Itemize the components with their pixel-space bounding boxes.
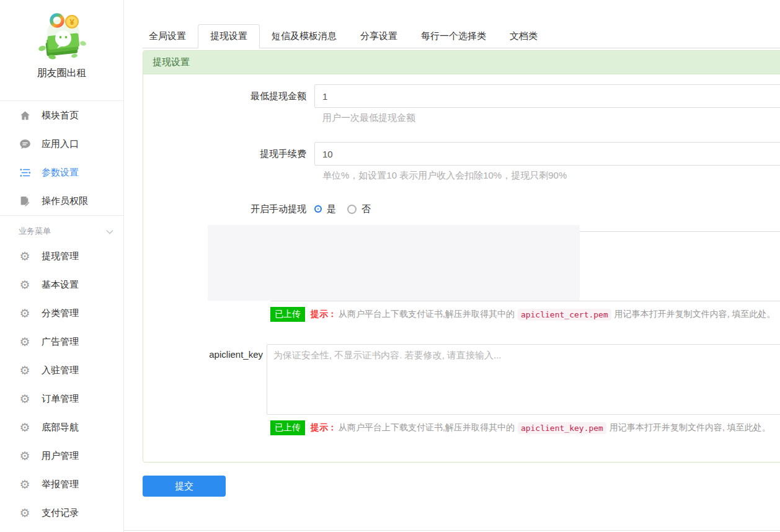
gear-icon: ⚙: [19, 393, 31, 405]
sidebar-item-label: 参数设置: [42, 167, 79, 179]
main-content: 全局设置 提现设置 短信及模板消息 分享设置 每行一个选择类 文档类 提现设置 …: [124, 0, 780, 497]
sidebar-item-user-management[interactable]: ⚙ 用户管理: [0, 441, 123, 470]
sidebar-item-label: 底部导航: [42, 422, 79, 433]
sidebar-item-merchant-entry-management[interactable]: ⚙ 入驻管理: [0, 356, 123, 384]
field-label: 提现手续费: [143, 142, 314, 166]
sidebar-item-module-home[interactable]: 模块首页: [0, 101, 123, 130]
apiclient-key-textarea[interactable]: [267, 344, 780, 415]
tip-text-before: 从商户平台上下载支付证书,解压并取得其中的: [339, 422, 515, 433]
gear-icon: ⚙: [19, 250, 31, 262]
sidebar-item-ad-management[interactable]: ⚙ 广告管理: [0, 327, 123, 356]
sidebar-item-app-entry[interactable]: 应用入口: [0, 130, 123, 158]
gear-icon: ⚙: [19, 507, 31, 519]
panel-body: 最低提现金额 用户一次最低提现金额 提现手续费 单位%，如设置10 表示用户收入…: [143, 74, 780, 462]
sidebar-item-label: 操作员权限: [42, 195, 88, 207]
sidebar-item-label: 基本设置: [42, 279, 79, 291]
field-hint: 单位%，如设置10 表示用户收入会扣除10%，提现只剩90%: [322, 170, 780, 182]
field-label: 最低提现金额: [143, 84, 314, 108]
sidebar-item-operator-permissions[interactable]: 操作员权限: [0, 187, 123, 215]
app-logo: ¥ 朋友圈出租: [0, 0, 123, 100]
tab-one-choice-per-line[interactable]: 每行一个选择类: [409, 25, 498, 48]
uploaded-badge: 已上传: [270, 307, 305, 322]
sidebar-item-label: 入驻管理: [42, 365, 79, 376]
list-icon: [19, 167, 31, 179]
cert-filename-code: apiclient_cert.pem: [518, 309, 611, 321]
radio-yes-selected[interactable]: [316, 206, 321, 211]
sidebar: ¥ 朋友圈出租 模块首页 应用入口: [0, 0, 124, 532]
svg-text:¥: ¥: [69, 17, 74, 27]
sidebar-item-label: 支付记录: [42, 507, 79, 519]
tip-label: 提示：: [311, 422, 337, 433]
form-row-apiclient-cert: [143, 231, 780, 301]
tab-global-settings[interactable]: 全局设置: [143, 25, 198, 48]
sidebar-item-label: 分类管理: [42, 308, 79, 319]
sidebar-item-basic-settings[interactable]: ⚙ 基本设置: [0, 270, 123, 299]
min-withdraw-amount-input[interactable]: [314, 84, 780, 108]
form-row-withdraw-fee: 提现手续费: [143, 142, 780, 166]
doc-edit-icon: [19, 195, 31, 207]
tab-sms-template-messages[interactable]: 短信及模板消息: [260, 25, 348, 48]
field-label: 开启手动提现: [143, 203, 314, 215]
tip-text-after: 用记事本打开并复制文件内容, 填至此处。: [614, 309, 776, 320]
app-logo-illustration: ¥: [31, 11, 93, 64]
app-title: 朋友圈出租: [0, 67, 123, 80]
form-row-min-withdraw-amount: 最低提现金额: [143, 84, 780, 108]
radio-no-unselected[interactable]: [347, 205, 357, 214]
gear-icon: ⚙: [19, 336, 31, 348]
key-upload-tip: 已上传 提示： 从商户平台上下载支付证书,解压并取得其中的 apiclient_…: [270, 420, 780, 435]
chevron-down-icon: [106, 227, 113, 236]
submit-button[interactable]: 提交: [143, 476, 226, 497]
radio-no-label[interactable]: 否: [361, 203, 371, 215]
sidebar-section-business-menu[interactable]: 业务菜单: [0, 216, 123, 242]
gear-icon: ⚙: [19, 450, 31, 462]
tip-text-after: 用记事本打开并复制文件内容, 填至此处。: [609, 422, 771, 433]
form-row-apiclient-key: apiclient_key: [143, 344, 780, 415]
sidebar-item-label: 用户管理: [42, 450, 79, 462]
settings-tabs: 全局设置 提现设置 短信及模板消息 分享设置 每行一个选择类 文档类: [143, 24, 780, 48]
sidebar-item-withdraw-management[interactable]: ⚙ 提现管理: [0, 242, 123, 270]
withdraw-settings-panel: 提现设置 最低提现金额 用户一次最低提现金额 提现手续费 单位%，如设置10 表…: [143, 50, 780, 463]
sidebar-item-order-management[interactable]: ⚙ 订单管理: [0, 384, 123, 413]
sidebar-item-label: 模块首页: [42, 110, 79, 122]
field-label: apiclient_key: [143, 344, 267, 415]
radio-yes-label[interactable]: 是: [327, 203, 336, 215]
home-icon: [19, 110, 31, 122]
form-row-manual-withdraw: 开启手动提现 是 否: [143, 203, 780, 215]
field-hint: 用户一次最低提现金额: [322, 112, 780, 124]
tip-text-before: 从商户平台上下载支付证书,解压并取得其中的: [339, 309, 515, 320]
gear-icon: ⚙: [19, 479, 31, 490]
chat-icon: [19, 138, 31, 150]
cert-privacy-overlay: [208, 225, 580, 301]
tip-label: 提示：: [311, 309, 337, 320]
tab-documents[interactable]: 文档类: [498, 25, 549, 48]
uploaded-badge: 已上传: [270, 420, 305, 435]
gear-icon: ⚙: [19, 308, 31, 319]
sidebar-item-payment-records[interactable]: ⚙ 支付记录: [0, 499, 123, 527]
sidebar-item-bottom-navigation[interactable]: ⚙ 底部导航: [0, 413, 123, 441]
tab-share-settings[interactable]: 分享设置: [348, 25, 409, 48]
sidebar-item-label: 广告管理: [42, 336, 79, 348]
sidebar-item-label: 订单管理: [42, 393, 79, 405]
sidebar-item-report-management[interactable]: ⚙ 举报管理: [0, 470, 123, 499]
sidebar-item-category-management[interactable]: ⚙ 分类管理: [0, 299, 123, 327]
panel-title: 提现设置: [143, 51, 780, 74]
tab-withdraw-settings[interactable]: 提现设置: [198, 24, 260, 48]
gear-icon: ⚙: [19, 365, 31, 376]
sidebar-item-label: 举报管理: [42, 479, 79, 490]
gear-icon: ⚙: [19, 279, 31, 291]
withdraw-fee-input[interactable]: [314, 142, 780, 166]
cert-upload-tip: 已上传 提示： 从商户平台上下载支付证书,解压并取得其中的 apiclient_…: [270, 307, 780, 322]
sidebar-item-parameter-settings[interactable]: 参数设置: [0, 158, 123, 187]
bottom-divider: [124, 530, 780, 531]
sidebar-item-label: 应用入口: [42, 138, 79, 150]
sidebar-section-label: 业务菜单: [19, 226, 51, 237]
gear-icon: ⚙: [19, 422, 31, 433]
key-filename-code: apiclient_key.pem: [518, 422, 606, 434]
sidebar-item-label: 提现管理: [42, 250, 79, 262]
